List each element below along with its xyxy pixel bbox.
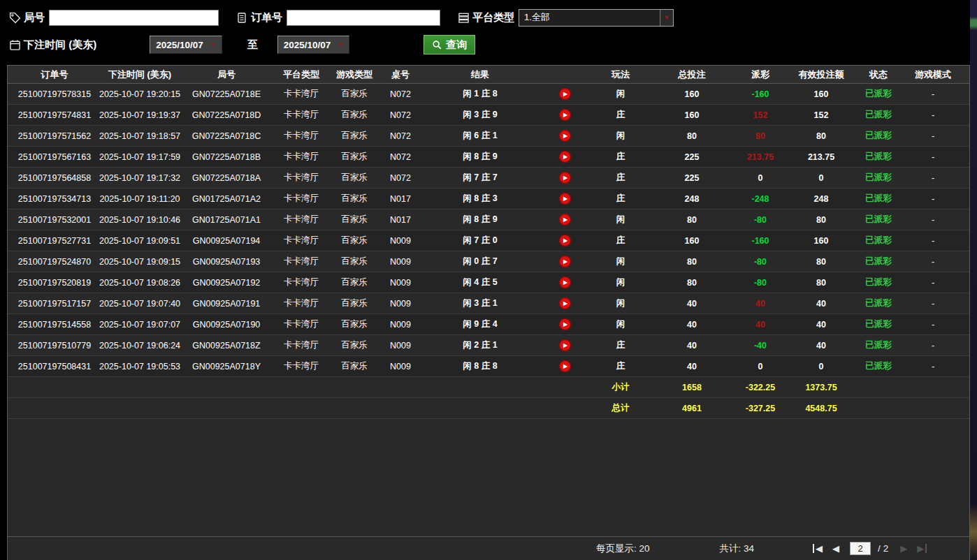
cell-replay: ▶: [540, 230, 589, 251]
play-video-icon[interactable]: ▶: [559, 256, 571, 267]
play-video-icon[interactable]: ▶: [559, 88, 571, 100]
table-row[interactable]: 251007197567163 2025-10-07 19:17:59 GN07…: [8, 147, 969, 168]
cell-round-id: GN07225A0718B: [178, 147, 275, 167]
play-video-icon[interactable]: ▶: [559, 151, 571, 163]
cell-platform-type: 卡卡湾厅: [275, 147, 328, 167]
table-row[interactable]: 251007197574831 2025-10-07 19:19:37 GN07…: [8, 105, 969, 126]
cell-play-type: 闲: [589, 293, 652, 314]
table-row[interactable]: 251007197514558 2025-10-07 19:07:07 GN00…: [8, 314, 969, 335]
play-video-icon[interactable]: ▶: [559, 193, 571, 205]
betting-history-screen: 局号 订单号 平台类型 1.全部 ▼ 下注时间 (美东) 2025/10/07: [0, 0, 977, 560]
play-video-icon[interactable]: ▶: [559, 297, 571, 309]
table-row[interactable]: 251007197527731 2025-10-07 19:09:51 GN00…: [8, 230, 969, 251]
cell-order-id: 251007197510779: [8, 335, 101, 355]
cell-status: 已派彩: [853, 314, 904, 334]
search-button[interactable]: 查询: [424, 35, 475, 54]
table-row[interactable]: 251007197508431 2025-10-07 19:05:53 GN00…: [8, 356, 969, 377]
cell-round-id: GN00925A07194: [178, 230, 275, 251]
play-video-icon[interactable]: ▶: [559, 339, 571, 351]
cell-payout: -80: [732, 272, 789, 293]
col-header-game-type: 游戏类型: [328, 66, 381, 83]
table-row[interactable]: 251007197532001 2025-10-07 19:10:46 GN01…: [8, 209, 969, 230]
play-video-icon[interactable]: ▶: [559, 109, 571, 121]
play-video-icon[interactable]: ▶: [559, 360, 571, 372]
calendar-icon: [8, 38, 21, 51]
first-page-button[interactable]: ◀: [813, 544, 823, 553]
col-header-status: 状态: [853, 66, 904, 83]
cell-bet-time: 2025-10-07 19:07:40: [101, 293, 178, 314]
cell-total-bet: 80: [652, 251, 732, 272]
cell-play-type: 闲: [589, 84, 652, 104]
cell-game-mode: -: [904, 84, 962, 104]
cell-round-id: GN07225A0718C: [178, 126, 275, 146]
play-video-icon[interactable]: ▶: [559, 235, 571, 246]
cell-platform-type: 卡卡湾厅: [275, 230, 328, 251]
cell-payout: 213.75: [732, 147, 789, 167]
cell-payout: -80: [732, 209, 789, 230]
date-to-picker[interactable]: 2025/10/07 ▼: [277, 36, 350, 54]
cell-total-bet: 40: [652, 314, 732, 334]
cell-result: 闲 6 庄 1: [420, 126, 540, 146]
play-video-icon[interactable]: ▶: [559, 318, 571, 330]
round-number-input[interactable]: [49, 10, 219, 26]
platform-type-dropdown[interactable]: 1.全部 ▼: [519, 9, 674, 27]
current-page-input[interactable]: 2: [850, 542, 871, 555]
summary-spacer: [8, 398, 589, 418]
col-header-total-bet: 总投注: [652, 66, 732, 83]
table-row[interactable]: 251007197517157 2025-10-07 19:07:40 GN00…: [8, 293, 969, 314]
cell-order-id: 251007197532001: [8, 209, 101, 230]
records-table: 订单号 下注时间 (美东) 局号 平台类型 游戏类型 桌号 结果 玩法 总投注 …: [7, 65, 970, 560]
cell-table-no: N017: [381, 189, 420, 209]
col-header-bet-time: 下注时间 (美东): [101, 66, 178, 83]
last-page-button[interactable]: ▶: [917, 544, 927, 553]
play-video-icon[interactable]: ▶: [559, 277, 571, 288]
cell-platform-type: 卡卡湾厅: [275, 189, 328, 209]
play-video-icon[interactable]: ▶: [559, 214, 571, 226]
cell-payout: -80: [732, 251, 789, 272]
cell-game-mode: -: [904, 209, 962, 230]
cell-valid-bet: 80: [789, 251, 853, 272]
order-number-input[interactable]: [287, 10, 440, 26]
cell-play-type: 闲: [589, 209, 652, 230]
chevron-down-icon: ▼: [337, 41, 343, 48]
table-row[interactable]: 251007197578315 2025-10-07 19:20:15 GN07…: [8, 84, 969, 105]
cell-game-type: 百家乐: [328, 230, 381, 251]
cell-payout: 40: [732, 293, 789, 314]
cell-payout: -160: [732, 84, 789, 104]
cell-result: 闲 8 庄 9: [420, 147, 540, 167]
table-row[interactable]: 251007197564858 2025-10-07 19:17:32 GN07…: [8, 168, 969, 189]
cell-game-mode: -: [904, 335, 962, 355]
tag-icon: [8, 11, 21, 24]
cell-status: 已派彩: [853, 147, 904, 167]
cell-table-no: N009: [381, 272, 420, 293]
prev-page-button[interactable]: ◀: [832, 544, 839, 553]
cell-total-bet: 225: [652, 147, 732, 167]
cell-platform-type: 卡卡湾厅: [275, 209, 328, 230]
cell-status: 已派彩: [853, 168, 904, 188]
cell-valid-bet: 40: [789, 293, 853, 314]
pagination-bar: 每页显示: 20 共计: 34 ◀ ◀ 2 / 2 ▶ ▶: [8, 536, 969, 560]
bet-time-label: 下注时间 (美东): [24, 38, 96, 52]
empty-cell: [904, 377, 962, 397]
cell-result: 闲 3 庄 9: [420, 105, 540, 125]
date-from-picker[interactable]: 2025/10/07 ▼: [150, 36, 222, 54]
cell-replay: ▶: [540, 293, 589, 314]
cell-order-id: 251007197571562: [8, 126, 101, 146]
play-video-icon[interactable]: ▶: [559, 130, 571, 142]
cell-status: 已派彩: [853, 272, 904, 293]
table-row[interactable]: 251007197520819 2025-10-07 19:08:26 GN00…: [8, 272, 969, 293]
cell-game-mode: -: [904, 251, 962, 272]
cell-table-no: N009: [381, 335, 420, 355]
cell-play-type: 闲: [589, 251, 652, 272]
cell-table-no: N072: [381, 126, 420, 146]
cell-round-id: GN07225A0718E: [178, 84, 275, 104]
table-row[interactable]: 251007197510779 2025-10-07 19:06:24 GN00…: [8, 335, 969, 356]
table-row[interactable]: 251007197524870 2025-10-07 19:09:15 GN00…: [8, 251, 969, 272]
cell-game-type: 百家乐: [328, 84, 381, 104]
cell-status: 已派彩: [853, 230, 904, 251]
table-row[interactable]: 251007197571562 2025-10-07 19:18:57 GN07…: [8, 126, 969, 147]
cell-table-no: N072: [381, 147, 420, 167]
next-page-button[interactable]: ▶: [900, 544, 907, 553]
play-video-icon[interactable]: ▶: [559, 172, 571, 184]
table-row[interactable]: 251007197534713 2025-10-07 19:11:20 GN01…: [8, 189, 969, 209]
